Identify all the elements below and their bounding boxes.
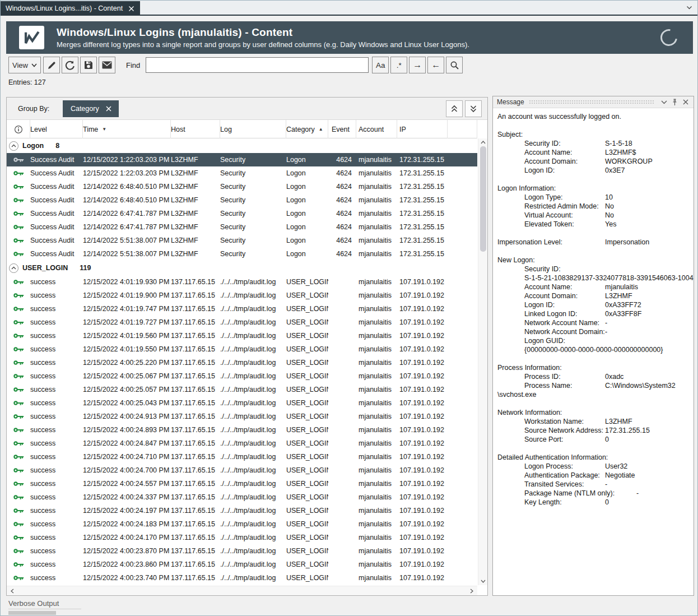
- log-row[interactable]: Success Audit12/14/2022 5:51:38.007 PML3…: [7, 234, 477, 247]
- log-row[interactable]: Success Audit12/14/2022 6:48:40.510 PML3…: [7, 180, 477, 193]
- find-previous-icon: ←: [431, 60, 440, 70]
- cell-host: 137.117.65.15: [171, 318, 220, 326]
- message-value: No: [605, 202, 614, 210]
- log-row[interactable]: success12/15/2022 4:00:25.057 PM137.117.…: [7, 383, 477, 396]
- column-header-time[interactable]: Time▼: [83, 120, 171, 138]
- cell-category: USER_LOGIN: [286, 439, 328, 447]
- group-header-user_login[interactable]: USER_LOGIN119: [7, 261, 477, 275]
- scroll-down-icon[interactable]: [478, 577, 488, 585]
- scroll-right-icon[interactable]: [467, 586, 476, 596]
- cell-time: 12/15/2022 4:00:24.183 PM: [83, 520, 171, 528]
- find-previous-button[interactable]: ←: [427, 57, 444, 73]
- vertical-scrollbar-thumb[interactable]: [480, 146, 486, 252]
- message-panel-titlebar[interactable]: Message: [493, 96, 694, 108]
- refresh-button[interactable]: [62, 57, 78, 73]
- collapse-all-button[interactable]: [446, 100, 463, 117]
- cell-time: 12/14/2022 6:47:41.787 PM: [83, 223, 171, 231]
- log-row[interactable]: success12/15/2022 4:00:24.710 PM137.117.…: [7, 450, 477, 464]
- cell-log: ./../../tmp/audit.log: [220, 520, 286, 528]
- tabstrip-dropdown-icon[interactable]: [686, 4, 693, 11]
- log-row[interactable]: Success Audit12/15/2022 1:22:03.203 PML3…: [7, 166, 477, 180]
- vertical-scrollbar[interactable]: [478, 138, 487, 585]
- column-header-host[interactable]: Host: [171, 120, 220, 138]
- log-row[interactable]: Success Audit12/14/2022 6:47:41.787 PML3…: [7, 207, 477, 220]
- panel-chevron-down-icon[interactable]: [659, 98, 669, 107]
- tab-close-icon[interactable]: [128, 6, 134, 12]
- message-line: Package Name (NTLM only):-: [497, 489, 689, 498]
- group-header-logon[interactable]: Logon8: [7, 138, 477, 153]
- log-row[interactable]: success12/15/2022 4:01:19.550 PM137.117.…: [7, 342, 477, 356]
- find-label: Find: [126, 61, 140, 70]
- log-row[interactable]: success12/15/2022 4:00:24.557 PM137.117.…: [7, 477, 477, 490]
- column-header-info[interactable]: [7, 120, 30, 138]
- log-row[interactable]: success12/15/2022 4:00:24.183 PM137.117.…: [7, 517, 477, 531]
- log-row[interactable]: success12/15/2022 4:00:23.740 PM137.117.…: [7, 571, 477, 585]
- save-button[interactable]: [80, 57, 97, 73]
- column-header-ip[interactable]: IP: [397, 120, 448, 138]
- edit-button[interactable]: [43, 57, 60, 73]
- message-line: {00000000-0000-0000-0000-000000000000}: [497, 345, 689, 354]
- key-icon: [13, 279, 24, 285]
- message-label: An account was successfully logged on.: [497, 112, 621, 121]
- tab-content[interactable]: Windows/Linux Logins...itis) - Content: [1, 1, 140, 16]
- message-line: \svchost.exe: [497, 390, 689, 399]
- log-row[interactable]: success12/15/2022 4:00:23.860 PM137.117.…: [7, 558, 477, 571]
- cell-account: mjanulaitis: [356, 169, 397, 177]
- log-row[interactable]: success12/15/2022 4:00:23.870 PM137.117.…: [7, 544, 477, 558]
- log-row[interactable]: success12/15/2022 4:01:19.930 PM137.117.…: [7, 275, 477, 289]
- toolbar: View Find Aa.*→←: [8, 57, 464, 73]
- log-row[interactable]: Success Audit12/14/2022 6:48:40.510 PML3…: [7, 193, 477, 207]
- cell-host: 137.117.65.15: [171, 399, 220, 407]
- collapse-group-button[interactable]: [9, 263, 18, 273]
- expand-all-button[interactable]: [465, 100, 482, 117]
- column-header-category[interactable]: Category▲: [286, 120, 328, 138]
- email-button[interactable]: [99, 57, 115, 73]
- message-value: C:\Windows\System32: [605, 382, 676, 390]
- scroll-left-icon[interactable]: [8, 586, 17, 596]
- log-row[interactable]: success12/15/2022 4:00:25.043 PM137.117.…: [7, 396, 477, 410]
- log-row[interactable]: success12/15/2022 4:00:24.197 PM137.117.…: [7, 504, 477, 517]
- log-row[interactable]: success12/15/2022 4:00:24.337 PM137.117.…: [7, 490, 477, 504]
- log-row[interactable]: success12/15/2022 4:00:24.700 PM137.117.…: [7, 464, 477, 477]
- column-header-account[interactable]: Account: [356, 120, 397, 138]
- key-icon: [13, 210, 24, 217]
- message-value: 0xadc: [605, 373, 623, 381]
- log-row[interactable]: success12/15/2022 4:01:19.900 PM137.117.…: [7, 289, 477, 302]
- column-label-category: Category: [286, 126, 315, 133]
- column-header-level[interactable]: Level: [30, 120, 83, 138]
- horizontal-scrollbar[interactable]: [7, 586, 477, 595]
- log-row[interactable]: success12/15/2022 4:01:19.747 PM137.117.…: [7, 302, 477, 316]
- cell-ip: 107.191.0.192: [397, 534, 448, 541]
- message-line: Security ID:: [497, 265, 689, 274]
- view-dropdown-button[interactable]: View: [8, 57, 41, 73]
- verbose-output-tab[interactable]: Verbose Output: [8, 599, 81, 609]
- log-row[interactable]: success12/15/2022 4:00:24.893 PM137.117.…: [7, 423, 477, 437]
- chip-close-icon[interactable]: [106, 106, 111, 112]
- message-line: Restricted Admin Mode:No: [497, 202, 689, 211]
- panel-close-icon[interactable]: [681, 98, 690, 107]
- scroll-up-icon[interactable]: [478, 138, 488, 146]
- cell-level: Success Audit: [30, 196, 83, 204]
- log-row[interactable]: success12/15/2022 4:00:24.170 PM137.117.…: [7, 531, 477, 544]
- log-row[interactable]: success12/15/2022 4:00:24.847 PM137.117.…: [7, 437, 477, 450]
- log-row[interactable]: Success Audit12/14/2022 5:51:38.007 PML3…: [7, 247, 477, 261]
- log-row[interactable]: success12/15/2022 4:01:19.727 PM137.117.…: [7, 316, 477, 329]
- find-next-button[interactable]: →: [409, 57, 426, 73]
- log-row[interactable]: success12/15/2022 4:00:25.067 PM137.117.…: [7, 369, 477, 383]
- log-row[interactable]: success12/15/2022 4:01:19.560 PM137.117.…: [7, 329, 477, 342]
- log-row[interactable]: Success Audit12/14/2022 6:47:41.787 PML3…: [7, 220, 477, 234]
- match-case-button[interactable]: Aa: [372, 57, 389, 73]
- find-input[interactable]: [146, 57, 369, 73]
- group-by-chip-category[interactable]: Category: [63, 100, 119, 117]
- log-row[interactable]: Success Audit12/15/2022 1:22:03.203 PML3…: [7, 153, 477, 166]
- search-button[interactable]: [446, 57, 463, 73]
- column-header-event[interactable]: Event: [328, 120, 356, 138]
- row-key-icon-cell: [7, 156, 30, 163]
- message-value: L3ZHMF: [605, 292, 632, 300]
- log-row[interactable]: success12/15/2022 4:00:24.913 PM137.117.…: [7, 410, 477, 423]
- panel-pin-icon[interactable]: [670, 98, 680, 107]
- collapse-group-button[interactable]: [9, 141, 18, 151]
- regex-button[interactable]: .*: [390, 57, 407, 73]
- column-header-log[interactable]: Log: [220, 120, 286, 138]
- log-row[interactable]: success12/15/2022 4:00:25.220 PM137.117.…: [7, 356, 477, 369]
